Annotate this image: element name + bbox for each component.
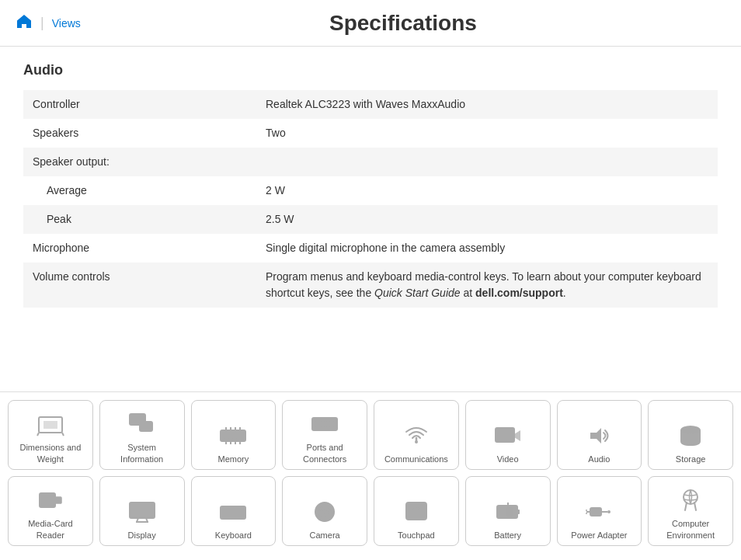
svg-rect-7 xyxy=(142,424,150,429)
home-icon[interactable] xyxy=(16,13,33,33)
nav-item-dimensions-weight[interactable]: Dimensions andWeight xyxy=(8,400,93,470)
views-link[interactable]: Views xyxy=(52,17,81,30)
svg-rect-18 xyxy=(232,433,237,439)
nav-label-video: Video xyxy=(497,454,519,464)
svg-rect-39 xyxy=(131,504,153,517)
svg-rect-63 xyxy=(499,507,505,517)
nav-item-keyboard[interactable]: Keyboard xyxy=(191,476,277,546)
spec-value: Single digital microphone in the camera … xyxy=(256,234,718,263)
nav-label-power-adapter: Power Adapter xyxy=(571,530,627,541)
spec-value: Program menus and keyboard media-control… xyxy=(256,263,718,308)
computer-environment-icon xyxy=(676,487,705,513)
svg-rect-24 xyxy=(496,428,514,442)
table-row: Speaker output: xyxy=(23,148,718,176)
spec-label: Speaker output: xyxy=(23,148,256,176)
svg-line-3 xyxy=(62,433,64,436)
nav-item-ports-connectors[interactable]: Ports andConnectors xyxy=(282,400,367,470)
svg-rect-44 xyxy=(223,509,226,511)
nav-label-computer-environment: ComputerEnvironment xyxy=(666,518,715,541)
svg-point-68 xyxy=(607,510,611,513)
audio-icon xyxy=(584,423,614,449)
nav-item-audio[interactable]: Audio xyxy=(557,400,642,470)
nav-label-system-information: SystemInformation xyxy=(120,442,163,464)
ports-connectors-icon xyxy=(310,411,339,437)
nav-item-storage[interactable]: Storage xyxy=(648,400,733,470)
nav-item-media-card-reader[interactable]: Media-CardReader xyxy=(8,476,93,546)
table-row: Microphone Single digital microphone in … xyxy=(23,234,718,263)
svg-rect-48 xyxy=(223,513,226,515)
svg-rect-45 xyxy=(228,509,231,511)
bottom-nav: Dimensions andWeight SystemInformation xyxy=(0,391,741,560)
svg-rect-1 xyxy=(43,421,57,429)
video-icon xyxy=(493,423,523,449)
table-row: Peak 2.5 W xyxy=(23,205,718,234)
touchpad-icon xyxy=(402,499,431,525)
nav-label-keyboard: Keyboard xyxy=(215,530,252,541)
svg-rect-34 xyxy=(41,498,54,499)
svg-rect-22 xyxy=(329,421,334,427)
spec-label: Volume controls xyxy=(23,263,256,308)
svg-rect-62 xyxy=(517,510,520,514)
svg-point-71 xyxy=(586,513,587,514)
camera-icon xyxy=(310,499,339,525)
nav-label-ports-connectors: Ports andConnectors xyxy=(303,442,346,464)
nav-label-communications: Communications xyxy=(384,454,448,464)
svg-rect-49 xyxy=(228,513,231,515)
nav-item-power-adapter[interactable]: Power Adapter xyxy=(557,476,642,546)
svg-rect-33 xyxy=(43,493,49,496)
svg-rect-47 xyxy=(237,509,240,511)
display-icon xyxy=(127,499,157,525)
italic-text: Quick Start Guide xyxy=(374,287,461,299)
svg-rect-17 xyxy=(224,433,229,439)
nav-label-audio: Audio xyxy=(588,454,610,464)
nav-label-display: Display xyxy=(128,530,156,541)
table-row: Volume controls Program menus and keyboa… xyxy=(23,263,718,308)
nav-row-2: Media-CardReader Display xyxy=(8,476,733,546)
svg-line-2 xyxy=(37,433,39,436)
nav-item-system-information[interactable]: SystemInformation xyxy=(99,400,185,470)
svg-rect-53 xyxy=(226,516,240,518)
svg-rect-52 xyxy=(242,509,245,515)
nav-row-1: Dimensions andWeight SystemInformation xyxy=(8,400,733,470)
svg-rect-66 xyxy=(590,508,601,516)
svg-rect-20 xyxy=(315,421,322,427)
table-row: Controller Realtek ALC3223 with Waves Ma… xyxy=(23,90,718,119)
table-row: Average 2 W xyxy=(23,176,718,205)
nav-label-storage: Storage xyxy=(676,454,706,464)
svg-marker-25 xyxy=(514,430,520,441)
battery-icon xyxy=(493,499,523,525)
nav-item-communications[interactable]: Communications xyxy=(374,400,459,470)
power-adapter-icon xyxy=(584,499,614,525)
media-card-reader-icon xyxy=(36,487,65,513)
memory-icon xyxy=(218,423,248,449)
nav-item-memory[interactable]: Memory xyxy=(191,400,277,470)
nav-label-memory: Memory xyxy=(218,454,249,464)
system-information-icon xyxy=(127,411,157,437)
nav-label-camera: Camera xyxy=(310,530,340,541)
header-divider: | xyxy=(40,15,44,31)
svg-rect-46 xyxy=(232,509,235,511)
spec-value xyxy=(256,148,718,176)
nav-item-computer-environment[interactable]: ComputerEnvironment xyxy=(648,476,733,546)
nav-label-touchpad: Touchpad xyxy=(398,530,435,541)
nav-item-video[interactable]: Video xyxy=(465,400,551,470)
svg-rect-21 xyxy=(324,421,327,427)
spec-label: Peak xyxy=(23,205,256,234)
audio-section-title: Audio xyxy=(23,62,718,78)
nav-item-battery[interactable]: Battery xyxy=(465,476,551,546)
spec-label: Average xyxy=(23,176,256,205)
keyboard-icon xyxy=(218,499,248,525)
nav-label-dimensions-weight: Dimensions andWeight xyxy=(19,442,81,464)
main-content: Audio Controller Realtek ALC3223 with Wa… xyxy=(0,47,741,323)
dimensions-weight-icon xyxy=(36,411,65,437)
spec-label: Speakers xyxy=(23,119,256,148)
header: | Views Specifications xyxy=(0,0,741,47)
nav-item-touchpad[interactable]: Touchpad xyxy=(374,476,459,546)
page-title: Specifications xyxy=(81,11,725,36)
spec-label: Controller xyxy=(23,90,256,119)
nav-item-camera[interactable]: Camera xyxy=(282,476,367,546)
dell-support-link: dell.com/support xyxy=(475,287,563,299)
nav-item-display[interactable]: Display xyxy=(99,476,185,546)
nav-label-media-card-reader: Media-CardReader xyxy=(28,518,72,541)
svg-point-57 xyxy=(315,503,334,521)
